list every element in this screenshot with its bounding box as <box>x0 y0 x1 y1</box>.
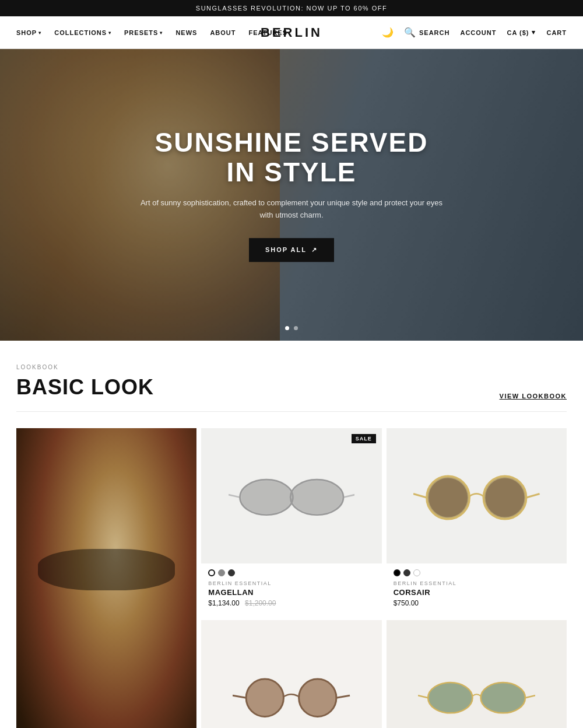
corsair-sale-price: $750.00 <box>394 599 419 607</box>
hero-content: SUNSHINE SERVED IN STYLE Art of sunny so… <box>140 128 443 262</box>
corsair-swatches <box>394 569 560 576</box>
swatch-black[interactable] <box>394 569 401 576</box>
svg-point-1 <box>241 481 292 513</box>
corsair-glasses-svg <box>413 467 540 524</box>
corsair-price: $750.00 <box>394 599 560 607</box>
view-lookbook-link[interactable]: VIEW LOOKBOOK <box>500 393 567 400</box>
magellan-name: MAGELLAN <box>208 588 374 597</box>
swatch-dark[interactable] <box>403 569 410 576</box>
product-card-bottom-2[interactable] <box>387 620 567 728</box>
arrow-icon: ↗ <box>311 246 318 254</box>
announcement-text: SUNGLASSES REVOLUTION: NOW UP TO 60% OFF <box>196 5 387 12</box>
nav-item-presets[interactable]: PRESETS ▾ <box>124 29 163 36</box>
lookbook-header: BASIC LOOK VIEW LOOKBOOK <box>16 375 567 412</box>
product-card-bottom-1[interactable] <box>201 620 381 728</box>
bottom-glasses-2-svg <box>418 673 535 720</box>
hero-subtitle: Art of sunny sophistication, crafted to … <box>140 197 443 222</box>
products-section: SALE <box>0 412 583 728</box>
nav-currency[interactable]: CA ($) ▾ <box>507 29 536 36</box>
swatch-white[interactable] <box>208 569 215 576</box>
svg-line-28 <box>525 695 535 698</box>
magellan-glasses-image <box>201 428 381 564</box>
chevron-down-icon: ▾ <box>38 30 41 36</box>
nav-item-news[interactable]: NEWS <box>175 29 197 36</box>
lookbook-section: LOOKBOOK BASIC LOOK VIEW LOOKBOOK <box>0 341 583 412</box>
nav-right: 🌙 🔍 SEARCH ACCOUNT CA ($) ▾ CART <box>382 27 567 38</box>
nav-cart[interactable]: CART <box>546 29 567 36</box>
product-image-corsair <box>387 428 567 564</box>
site-logo[interactable]: BERLIN <box>261 25 322 40</box>
chevron-down-icon: ▾ <box>160 30 163 36</box>
magellan-swatches <box>208 569 374 576</box>
corsair-info: BERLIN ESSENTIAL CORSAIR $750.00 <box>387 564 567 615</box>
moon-icon[interactable]: 🌙 <box>382 27 394 38</box>
chevron-down-icon: ▾ <box>108 30 111 36</box>
navigation: SHOP ▾ COLLECTIONS ▾ PRESETS ▾ NEWS ABOU… <box>0 16 583 49</box>
product-image-magellan <box>201 428 381 564</box>
hero-dot-1[interactable] <box>285 326 289 330</box>
magellan-brand: BERLIN ESSENTIAL <box>208 580 374 586</box>
hero-dot-2[interactable] <box>294 326 298 330</box>
main-person-glasses-layer <box>38 549 175 590</box>
announcement-bar: SUNGLASSES REVOLUTION: NOW UP TO 60% OFF <box>0 0 583 16</box>
svg-point-3 <box>292 481 342 513</box>
sale-badge: SALE <box>352 434 376 443</box>
svg-line-27 <box>418 695 428 698</box>
chevron-down-icon: ▾ <box>532 29 536 36</box>
search-icon: 🔍 <box>404 27 416 38</box>
lookbook-label: LOOKBOOK <box>16 364 567 370</box>
bottom-product-1-image <box>201 620 381 728</box>
product-card-corsair[interactable]: BERLIN ESSENTIAL CORSAIR $750.00 <box>387 428 567 615</box>
bottom-glasses-2-placeholder <box>387 620 567 728</box>
shop-all-button[interactable]: SHOP ALL ↗ <box>249 238 334 262</box>
nav-account[interactable]: ACCOUNT <box>460 29 496 36</box>
svg-line-5 <box>229 495 240 497</box>
nav-left: SHOP ▾ COLLECTIONS ▾ PRESETS ▾ NEWS ABOU… <box>16 29 287 36</box>
svg-point-12 <box>485 478 524 517</box>
nav-search[interactable]: 🔍 SEARCH <box>404 27 449 38</box>
nav-item-shop[interactable]: SHOP ▾ <box>16 29 41 36</box>
corsair-brand: BERLIN ESSENTIAL <box>394 580 560 586</box>
magellan-glasses-svg <box>229 471 355 522</box>
bottom-glasses-1-placeholder <box>201 620 381 728</box>
magellan-original-price: $1,200.00 <box>245 599 276 607</box>
magellan-price: $1,134.00 $1,200.00 <box>208 599 374 607</box>
nav-item-about[interactable]: ABOUT <box>210 29 236 36</box>
swatch-gray[interactable] <box>218 569 225 576</box>
product-card-magellan[interactable]: SALE <box>201 428 381 615</box>
corsair-name: CORSAIR <box>394 588 560 597</box>
products-grid: SALE <box>16 428 567 728</box>
svg-point-10 <box>429 478 468 517</box>
hero-title: SUNSHINE SERVED IN STYLE <box>140 128 443 187</box>
lookbook-main-image[interactable] <box>16 428 196 728</box>
magellan-info: BERLIN ESSENTIAL MAGELLAN $1,134.00 $1,2… <box>201 564 381 615</box>
swatch-dark[interactable] <box>228 569 235 576</box>
bottom-product-2-image <box>387 620 567 728</box>
svg-line-15 <box>413 494 427 498</box>
svg-line-6 <box>343 495 354 497</box>
lookbook-title: BASIC LOOK <box>16 375 154 400</box>
svg-line-21 <box>233 695 246 698</box>
nav-item-collections[interactable]: COLLECTIONS ▾ <box>54 29 111 36</box>
magellan-sale-price: $1,134.00 <box>208 599 239 607</box>
svg-line-16 <box>526 494 540 498</box>
hero-dots <box>285 326 298 330</box>
bottom-glasses-1-svg <box>233 673 350 720</box>
corsair-glasses-image <box>387 428 567 564</box>
svg-line-22 <box>336 695 350 698</box>
swatch-white[interactable] <box>413 569 420 576</box>
hero-section: SUNSHINE SERVED IN STYLE Art of sunny so… <box>0 49 583 341</box>
